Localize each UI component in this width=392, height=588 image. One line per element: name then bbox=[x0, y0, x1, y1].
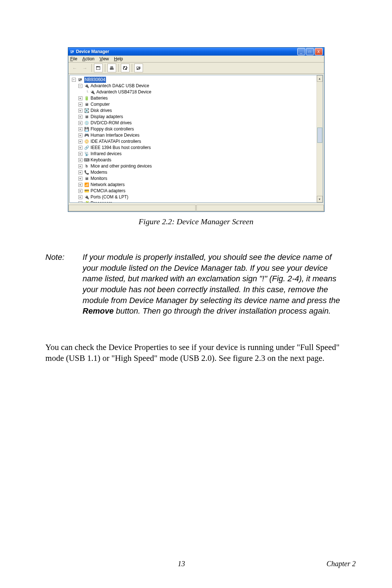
tree-node-label[interactable]: Display adapters bbox=[91, 114, 123, 120]
device-icon: 🔗 bbox=[84, 145, 90, 151]
figure-caption: Figure 2.2: Device Manager Screen bbox=[36, 217, 356, 226]
tree-node-label[interactable]: Ports (COM & LPT) bbox=[91, 194, 128, 200]
tree-node-label[interactable]: Batteries bbox=[91, 95, 108, 101]
tree-node-label[interactable]: Mice and other pointing devices bbox=[91, 163, 152, 169]
tree-node[interactable]: +🎮Human Interface Devices bbox=[72, 132, 321, 138]
info-button[interactable]: 🖳 bbox=[134, 64, 143, 72]
scroll-up-icon[interactable]: ▲ bbox=[317, 75, 323, 82]
menu-action[interactable]: Action bbox=[82, 56, 94, 61]
tree-node-label[interactable]: PCMCIA adapters bbox=[91, 188, 126, 194]
tree-node[interactable]: +💿DVD/CD-ROM drives bbox=[72, 120, 321, 126]
tree-node[interactable]: +📡Infrared devices bbox=[72, 151, 321, 157]
tree-node-label[interactable]: Processors bbox=[91, 200, 113, 203]
tree-node-label[interactable]: Advantech DA&C USB Device bbox=[91, 83, 149, 89]
plus-icon[interactable]: + bbox=[78, 102, 82, 106]
tree-node[interactable]: +🖥Computer bbox=[72, 101, 321, 108]
tree-leaf-label[interactable]: Advantech USB4718 Device bbox=[97, 89, 151, 95]
tree-node[interactable]: +📶Network adapters bbox=[72, 182, 321, 188]
plus-icon[interactable]: + bbox=[78, 115, 82, 119]
close-button[interactable]: X bbox=[315, 48, 323, 55]
tree-node-advantech-group[interactable]: − 🔌 Advantech DA&C USB Device bbox=[72, 83, 321, 89]
print-button[interactable]: 🖶 bbox=[107, 64, 116, 72]
device-icon: 🖥 bbox=[84, 114, 90, 120]
device-icon: 📞 bbox=[84, 170, 90, 176]
tree-node-label[interactable]: Modems bbox=[91, 169, 107, 176]
plus-icon[interactable]: + bbox=[78, 127, 82, 131]
scroll-down-icon[interactable]: ▼ bbox=[317, 196, 323, 202]
plus-icon[interactable]: + bbox=[78, 189, 82, 193]
tree-node-label[interactable]: Network adapters bbox=[91, 182, 125, 188]
tree-node[interactable]: +🧩Processors bbox=[72, 200, 321, 203]
note-text-post: button. Then go through the driver insta… bbox=[114, 306, 331, 315]
plus-icon[interactable]: + bbox=[78, 152, 82, 156]
device-icon: 💾 bbox=[84, 126, 90, 132]
scroll-thumb[interactable] bbox=[317, 128, 322, 143]
plus-icon[interactable]: + bbox=[78, 183, 82, 187]
tree-node[interactable]: +⌨Keyboards bbox=[72, 157, 321, 163]
plus-icon[interactable]: + bbox=[78, 170, 82, 174]
tree-leaf-advantech-device[interactable]: └ 🔌 Advantech USB4718 Device bbox=[72, 89, 321, 95]
device-icon: 💿 bbox=[84, 120, 90, 126]
note-text-bold: Remove bbox=[83, 306, 114, 315]
plus-icon[interactable]: + bbox=[78, 140, 82, 144]
tree-node[interactable]: +🖥Monitors bbox=[72, 176, 321, 182]
plus-icon[interactable]: + bbox=[78, 121, 82, 125]
toolbar: ← → 🗔 🖶 🗘 🖳 bbox=[68, 63, 324, 74]
tree-node[interactable]: +🔋Batteries bbox=[72, 95, 321, 101]
tree-node[interactable]: +💽Disk drives bbox=[72, 108, 321, 114]
menu-help[interactable]: Help bbox=[114, 56, 123, 61]
tree-node-label[interactable]: DVD/CD-ROM drives bbox=[91, 120, 132, 126]
vertical-scrollbar[interactable]: ▲ ▼ bbox=[317, 75, 323, 202]
minus-icon[interactable]: − bbox=[72, 78, 76, 82]
statusbar bbox=[68, 204, 324, 212]
back-button[interactable]: ← bbox=[70, 64, 79, 72]
tree-node[interactable]: +🔗IEEE 1394 Bus host controllers bbox=[72, 145, 321, 151]
menubar: File Action View Help bbox=[68, 56, 324, 63]
tree-node[interactable]: +📀IDE ATA/ATAPI controllers bbox=[72, 138, 321, 145]
menu-file[interactable]: File bbox=[70, 56, 77, 61]
plus-icon[interactable]: + bbox=[78, 195, 82, 199]
computer-icon: 🖳 bbox=[77, 77, 83, 83]
minus-icon[interactable]: − bbox=[78, 84, 82, 88]
plus-icon[interactable]: + bbox=[78, 158, 82, 162]
minimize-button[interactable]: _ bbox=[297, 48, 305, 55]
tree-node-label[interactable]: Computer bbox=[91, 101, 110, 108]
page-number: 13 bbox=[178, 560, 185, 568]
device-icon: 🖱 bbox=[84, 164, 90, 169]
tree-node-label[interactable]: Disk drives bbox=[91, 108, 112, 114]
plus-icon[interactable]: + bbox=[78, 164, 82, 168]
plus-icon[interactable]: + bbox=[78, 146, 82, 150]
device-icon: ⌨ bbox=[84, 157, 90, 163]
scroll-track[interactable] bbox=[317, 82, 323, 196]
tree-node[interactable]: +🖥Display adapters bbox=[72, 114, 321, 120]
tree-node[interactable]: +💾Floppy disk controllers bbox=[72, 126, 321, 132]
menu-view[interactable]: View bbox=[99, 56, 109, 61]
tree-node-label[interactable]: Floppy disk controllers bbox=[91, 126, 134, 132]
maximize-button[interactable]: □ bbox=[306, 48, 314, 55]
plus-icon[interactable]: + bbox=[78, 133, 82, 137]
plus-icon[interactable]: + bbox=[78, 109, 82, 113]
device-icon: 🔌 bbox=[84, 194, 90, 200]
status-pane bbox=[69, 205, 196, 211]
tree-root-label[interactable]: NB930604 bbox=[84, 77, 106, 83]
plus-icon[interactable]: + bbox=[78, 201, 82, 203]
tree-view[interactable]: − 🖳 NB930604 − 🔌 Advantech DA&C USB Devi… bbox=[69, 75, 323, 203]
tree-node-label[interactable]: IEEE 1394 Bus host controllers bbox=[91, 145, 151, 151]
properties-button[interactable]: 🗔 bbox=[94, 64, 103, 72]
tree-node[interactable]: +🔌Ports (COM & LPT) bbox=[72, 194, 321, 200]
tree-root[interactable]: − 🖳 NB930604 bbox=[72, 77, 321, 83]
tree-node-label[interactable]: Human Interface Devices bbox=[91, 132, 140, 138]
tree-node-label[interactable]: Keyboards bbox=[91, 157, 111, 163]
tree-node-label[interactable]: Infrared devices bbox=[91, 151, 122, 157]
plus-icon[interactable]: + bbox=[78, 177, 82, 181]
forward-button[interactable]: → bbox=[81, 64, 89, 72]
plus-icon[interactable]: + bbox=[78, 96, 82, 100]
note-block: Note: If your module is properly install… bbox=[45, 252, 347, 317]
refresh-button[interactable]: 🗘 bbox=[121, 64, 130, 72]
tree-node[interactable]: +🖱Mice and other pointing devices bbox=[72, 163, 321, 169]
tree-node-label[interactable]: Monitors bbox=[91, 176, 107, 182]
tree-node-label[interactable]: IDE ATA/ATAPI controllers bbox=[91, 138, 141, 145]
device-icon: 🖥 bbox=[84, 176, 90, 182]
tree-node[interactable]: +📞Modems bbox=[72, 169, 321, 176]
tree-node[interactable]: +💳PCMCIA adapters bbox=[72, 188, 321, 194]
